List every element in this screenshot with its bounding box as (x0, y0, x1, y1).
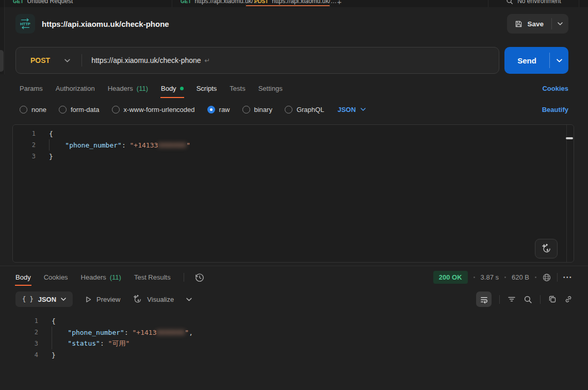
request-tab-active[interactable]: POSThttps://api.xiaomu.uk/… (246, 0, 330, 7)
tab-settings[interactable]: Settings (258, 85, 283, 92)
sidebar-edge (0, 0, 5, 7)
history-clock-icon (194, 272, 205, 283)
body-type-options: none form-data x-www-form-urlencoded raw… (0, 99, 588, 120)
body-mode-binary[interactable]: binary (242, 106, 272, 113)
wrap-text-icon (480, 295, 488, 304)
copy-response-button[interactable] (548, 295, 557, 303)
method-label: GET (181, 0, 191, 4)
url-text: https://api.xiaomu.uk/check-phone (91, 56, 201, 64)
send-options-button[interactable] (550, 47, 568, 74)
response-size[interactable]: 620 B (512, 273, 529, 281)
redacted-phone-digits: 0000000 (158, 141, 186, 149)
body-mode-raw[interactable]: raw (207, 106, 230, 113)
more-options-button[interactable]: ••• (563, 274, 573, 280)
line-number: 2 (13, 141, 49, 149)
search-response-button[interactable] (524, 295, 532, 304)
wrap-lines-button[interactable] (476, 291, 492, 307)
code-line: 3 } (13, 151, 574, 162)
response-tab-body[interactable]: Body (15, 273, 31, 281)
url-row: POST https://api.xiaomu.uk/check-phone ↵… (15, 47, 568, 74)
dot-separator (473, 277, 475, 278)
code-line: 1 { (13, 128, 574, 139)
environment-selector[interactable]: No environment (488, 0, 579, 7)
request-tabs: Params Authorization Headers(11) Body Sc… (0, 78, 588, 99)
radio-icon (59, 106, 67, 113)
request-tab-untitled[interactable]: GETUntitled Request (5, 0, 172, 7)
method-label: GET (13, 0, 24, 4)
language-selector[interactable]: JSON (337, 106, 365, 113)
body-mode-urlencoded[interactable]: x-www-form-urlencoded (112, 106, 195, 113)
divider (499, 295, 500, 304)
divider (184, 273, 184, 282)
json-string: "+1413 (133, 329, 157, 336)
tab-scripts[interactable]: Scripts (197, 85, 217, 92)
dot-separator (535, 277, 536, 278)
method-selector[interactable]: POST (16, 56, 81, 64)
share-link-button[interactable] (564, 295, 573, 303)
sparkle-bot-icon (541, 243, 552, 254)
editor-scrollbar-thumb[interactable] (566, 137, 573, 139)
save-options-button[interactable] (552, 14, 568, 34)
tab-title: Untitled Request (27, 0, 73, 5)
indent-guide (49, 139, 50, 151)
body-mode-none[interactable]: none (20, 106, 46, 113)
send-button-group: Send (504, 47, 568, 74)
json-key: "status" (68, 339, 100, 347)
save-button-group: Save (507, 14, 568, 34)
play-icon (85, 296, 92, 303)
link-icon (564, 295, 573, 303)
tab-tests[interactable]: Tests (230, 85, 245, 92)
chevron-down-icon (557, 59, 562, 62)
chevron-down-icon (558, 22, 563, 25)
response-tab-headers[interactable]: Headers(11) (81, 273, 121, 281)
beautify-link[interactable]: Beautify (542, 106, 568, 113)
save-label: Save (527, 20, 544, 28)
send-button[interactable]: Send (504, 47, 549, 74)
request-body-editor[interactable]: 1 { 2 "phone_number": "+141330000000" 3 … (12, 124, 574, 263)
network-info-button[interactable] (542, 273, 551, 282)
method-label: POST (254, 0, 268, 4)
response-time[interactable]: 3.87 s (481, 273, 499, 281)
status-badge[interactable]: 200 OK (433, 271, 468, 284)
postbot-button[interactable] (535, 239, 558, 258)
json-key: "phone_number" (68, 329, 124, 336)
response-tab-test-results[interactable]: Test Results (134, 273, 171, 281)
headers-count: (11) (110, 273, 121, 281)
tab-params[interactable]: Params (20, 85, 43, 92)
filter-button[interactable] (508, 295, 516, 303)
sidebar-drag-handle[interactable] (0, 50, 4, 72)
response-body-viewer[interactable]: 1 { 2 "phone_number": "+14130000000", 3 … (0, 310, 588, 361)
unsaved-changes-dot (180, 87, 184, 90)
response-history-button[interactable] (194, 272, 205, 283)
response-toolbar: { } JSON Preview Visualize (0, 288, 588, 310)
visualize-options-button[interactable] (186, 298, 192, 301)
request-header: HTTP https://api.xiaomu.uk/check-phone S… (0, 7, 588, 40)
save-button[interactable]: Save (507, 14, 551, 34)
body-mode-form-data[interactable]: form-data (59, 106, 100, 113)
radio-icon (242, 106, 250, 113)
tab-body[interactable]: Body (161, 85, 184, 92)
tab-authorization[interactable]: Authorization (56, 85, 95, 92)
visualize-button[interactable]: Visualize (133, 295, 174, 304)
cookies-link[interactable]: Cookies (542, 85, 568, 92)
tab-title: https://api.xiaomu.uk/… (272, 0, 336, 5)
response-tab-cookies[interactable]: Cookies (44, 273, 68, 281)
json-string: "可用" (108, 339, 130, 347)
headers-count: (11) (137, 85, 148, 92)
request-title: https://api.xiaomu.uk/check-phone (42, 20, 169, 28)
braces-icon: { } (22, 296, 34, 303)
enter-hint: ↵ (205, 57, 210, 64)
tab-headers[interactable]: Headers(11) (108, 85, 148, 92)
code-line: 2 "phone_number": "+14130000000", (15, 327, 588, 338)
code-line: 1 { (15, 315, 588, 327)
url-input[interactable]: https://api.xiaomu.uk/check-phone ↵ (91, 56, 499, 64)
indent-guide (52, 327, 52, 349)
chevron-down-icon (186, 298, 192, 301)
request-tab-2[interactable]: GEThttps://api.xiaomu.uk/… (172, 0, 246, 7)
filter-icon (508, 295, 516, 303)
response-format-selector[interactable]: { } JSON (15, 291, 73, 307)
app-window: GETUntitled Request GEThttps://api.xiaom… (0, 0, 588, 390)
preview-button[interactable]: Preview (85, 296, 120, 303)
body-mode-graphql[interactable]: GraphQL (285, 106, 324, 113)
response-tabs: Body Cookies Headers(11) Test Results 20… (0, 266, 588, 288)
